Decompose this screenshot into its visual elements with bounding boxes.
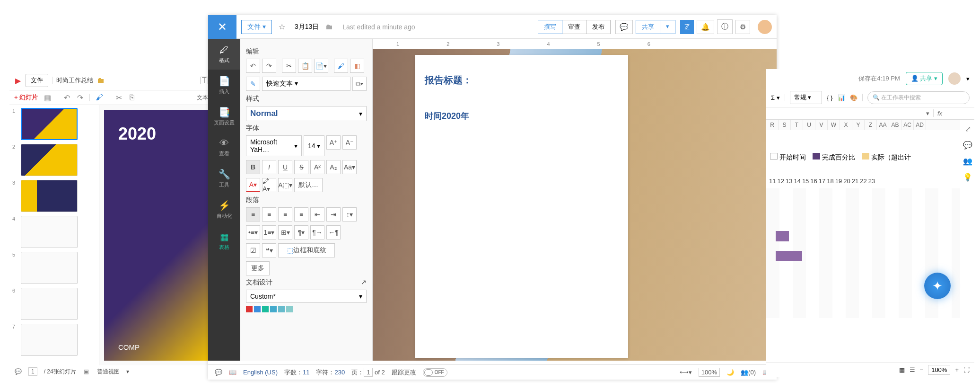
sidebar-item-format[interactable]: 🖊格式 xyxy=(208,39,240,70)
sidebar-item-table[interactable]: ▦表格 xyxy=(208,225,240,257)
play-icon[interactable]: ▶ xyxy=(14,77,22,84)
align-right-icon[interactable]: ≡ xyxy=(278,207,292,222)
highlight-icon[interactable]: 🖍A▾ xyxy=(262,178,276,192)
file-button[interactable]: 文件 ▾ xyxy=(241,20,272,34)
bullet-list-icon[interactable]: •≡▾ xyxy=(246,225,260,239)
chat-icon[interactable]: 💬 xyxy=(962,139,973,151)
undo-icon[interactable]: ↶ xyxy=(63,94,70,101)
view-mode[interactable]: 普通视图 xyxy=(97,368,120,376)
chart-icon[interactable]: 📊 xyxy=(838,94,845,101)
font-size-select[interactable]: 14▾ xyxy=(304,135,324,156)
sidebar-item-insert[interactable]: 📄插入 xyxy=(208,70,240,101)
chat-icon[interactable]: 💬 xyxy=(615,20,633,34)
align-center-icon[interactable]: ≡ xyxy=(262,207,276,222)
slide-thumb[interactable]: 3 xyxy=(12,180,96,212)
share-button[interactable]: 👤 共享 ▾ xyxy=(906,72,943,85)
fullscreen-icon[interactable]: ⛶ xyxy=(963,366,970,373)
comment-icon[interactable]: 💬 xyxy=(215,369,222,376)
people-icon[interactable]: 👥(0) xyxy=(741,369,756,376)
brackets-icon[interactable]: { } xyxy=(827,94,832,101)
quick-text-select[interactable]: 快速文本 ▾ xyxy=(262,77,350,91)
line-height-icon[interactable]: ↕▾ xyxy=(342,207,357,222)
style-select[interactable]: Normal▾ xyxy=(246,106,367,121)
folder-icon[interactable]: 🖿 xyxy=(97,77,105,84)
checkbox-icon[interactable]: ☑ xyxy=(246,243,260,257)
info-icon[interactable]: ⓘ xyxy=(717,19,733,34)
track-changes-toggle[interactable]: OFF xyxy=(423,368,447,377)
sum-button[interactable]: Σ ▾ xyxy=(771,94,780,101)
close-icon[interactable]: ✕ xyxy=(208,15,236,39)
sidebar-item-tools[interactable]: 🔧工具 xyxy=(208,163,240,194)
strike-button[interactable]: S̶ xyxy=(294,160,308,174)
search-input[interactable]: 🔍 在工作表中搜索 xyxy=(867,91,970,104)
expand-icon[interactable]: ⤢ xyxy=(962,123,973,135)
bell-icon[interactable]: 🔔 xyxy=(697,20,714,34)
italic-button[interactable]: I xyxy=(262,160,276,174)
expand-icon[interactable]: ↗ xyxy=(361,278,367,287)
slide-thumb[interactable]: 1 xyxy=(12,108,96,140)
cut-icon[interactable]: ✂ xyxy=(282,59,296,73)
format-paint-icon[interactable]: 🖌 xyxy=(334,59,348,73)
compare-icon[interactable]: ⧉▾ xyxy=(352,77,367,91)
paste-icon[interactable]: 📄▾ xyxy=(314,59,328,73)
people-icon[interactable]: 👥 xyxy=(962,155,973,167)
color-swatches[interactable] xyxy=(246,306,367,312)
eraser-icon[interactable]: ◧ xyxy=(350,59,364,73)
copy-icon[interactable]: 📋 xyxy=(298,59,312,73)
align-justify-icon[interactable]: ≡ xyxy=(294,207,308,222)
border-shading-button[interactable]: ⬚ 边框和底纹 xyxy=(278,243,335,257)
underline-button[interactable]: U xyxy=(278,160,292,174)
share-chevron-icon[interactable]: ▾ xyxy=(660,20,675,34)
rtl-icon[interactable]: ¶→ xyxy=(310,225,324,239)
zoom-value[interactable]: 100% xyxy=(928,365,950,375)
subscript-icon[interactable]: A₂ xyxy=(326,160,341,174)
thumbnail-column[interactable]: 1 2 3 4 5 6 7 xyxy=(9,105,99,365)
font-color-icon[interactable]: A▾ xyxy=(246,178,260,192)
tab-compose[interactable]: 撰写 xyxy=(538,20,562,34)
navigation-fab[interactable]: ✦ xyxy=(924,273,951,299)
sidebar-item-auto[interactable]: ⚡自动化 xyxy=(208,194,240,225)
quick-text-icon[interactable]: ✎ xyxy=(246,77,260,91)
redo-icon[interactable]: ↷ xyxy=(262,59,276,73)
sheet-grid[interactable]: R STUVWXYZAAABACAD 开始时间 完成百分比 实际（超出计 111… xyxy=(766,119,974,318)
tab-review[interactable]: 审查 xyxy=(562,20,586,34)
cut-icon[interactable]: ✂ xyxy=(115,94,122,101)
indent-right-icon[interactable]: ⇥ xyxy=(326,207,341,222)
fit-width-icon[interactable]: ⟷▾ xyxy=(680,369,692,376)
font-grow-icon[interactable]: A⁺ xyxy=(326,135,341,150)
zoom-out-icon[interactable]: − xyxy=(920,366,924,373)
fx-label[interactable]: fx xyxy=(937,110,942,117)
doc-design-select[interactable]: Custom*▾ xyxy=(246,290,367,303)
sidebar-item-page[interactable]: 📑页面设置 xyxy=(208,101,240,132)
slide-canvas[interactable]: 2020 COMP xyxy=(99,105,213,365)
view-icon[interactable]: ▣ xyxy=(83,368,90,375)
text-tool-icon[interactable]: T xyxy=(201,77,208,84)
font-shrink-icon[interactable]: A⁻ xyxy=(342,135,357,150)
zoom-value[interactable]: 100% xyxy=(699,368,720,377)
align-left-icon[interactable]: ≡ xyxy=(246,207,260,222)
default-font-button[interactable]: 默认… xyxy=(294,178,323,192)
tab-publish[interactable]: 发布 xyxy=(586,20,611,34)
pilcrow-icon[interactable]: ¶▾ xyxy=(294,225,308,239)
zia-icon[interactable]: ℤ xyxy=(680,20,694,34)
add-slide-button[interactable]: + 幻灯片 xyxy=(14,93,38,102)
star-icon[interactable]: ☆ xyxy=(279,22,285,31)
slide-thumb[interactable]: 2 xyxy=(12,144,96,176)
ltr-icon[interactable]: ←¶ xyxy=(326,225,341,239)
bold-button[interactable]: B xyxy=(246,160,260,174)
avatar[interactable] xyxy=(758,20,772,34)
slide-thumb[interactable]: 6 xyxy=(12,288,96,320)
indent-left-icon[interactable]: ⇤ xyxy=(310,207,324,222)
list-view-icon[interactable]: ☰ xyxy=(910,366,915,373)
zoom-in-icon[interactable]: + xyxy=(955,366,959,373)
chevron-down-icon[interactable]: ▾ xyxy=(966,75,970,82)
number-format-select[interactable]: 常规 ▾ xyxy=(790,91,822,104)
case-icon[interactable]: Aa▾ xyxy=(342,160,357,174)
share-button[interactable]: 共享 xyxy=(636,20,660,34)
gear-icon[interactable]: ⚙ xyxy=(735,20,750,34)
slide-thumb[interactable]: 4 xyxy=(12,216,96,248)
font-family-select[interactable]: Microsoft YaH…▾ xyxy=(246,135,302,156)
palette-icon[interactable]: 🎨 xyxy=(850,94,858,101)
copy-icon[interactable]: ⎘ xyxy=(128,94,136,101)
char-bg-icon[interactable]: A⬚▾ xyxy=(278,178,292,192)
